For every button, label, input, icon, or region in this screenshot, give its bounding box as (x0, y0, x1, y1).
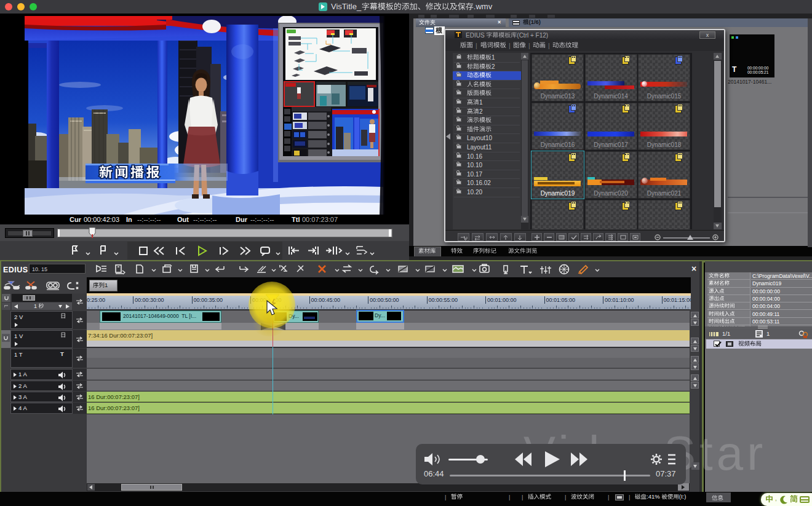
svg-text:.wmv: .wmv (474, 2, 493, 11)
svg-text:EDIUS: EDIUS (466, 32, 485, 39)
svg-text:(I:): (I:) (679, 493, 687, 500)
svg-text:1: 1 (479, 99, 483, 106)
svg-text:2: 2 (492, 63, 495, 69)
svg-text:1: 1 (492, 54, 495, 61)
svg-text:1: 1 (105, 282, 108, 288)
svg-text::41%: :41% (647, 493, 660, 500)
svg-text:(1/6): (1/6) (529, 18, 541, 25)
svg-text:2: 2 (479, 108, 483, 114)
svg-text:1: 1 (34, 303, 37, 309)
svg-text:VisTitle_: VisTitle_ (331, 2, 362, 11)
svg-text:(Ctrl + F12): (Ctrl + F12) (517, 32, 548, 39)
